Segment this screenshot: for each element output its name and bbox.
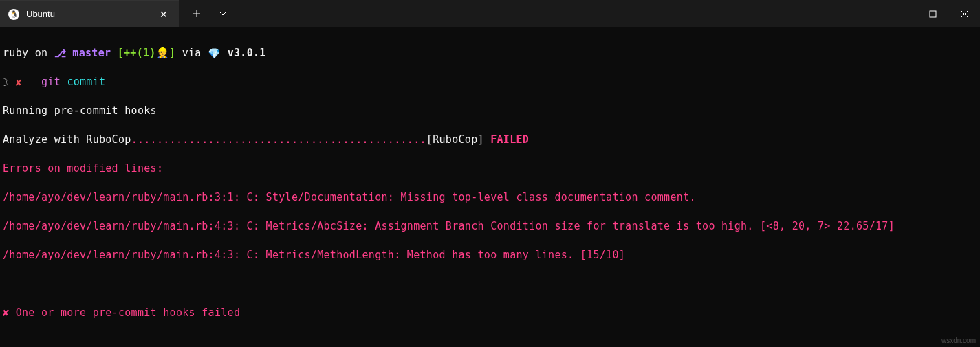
- gem-icon: 💎: [208, 47, 221, 61]
- blank-line: [3, 335, 977, 347]
- cmd-commit: commit: [67, 76, 105, 88]
- prompt-line-1: ruby on ⎇ master [++(1)👷] via 💎 v3.0.1: [3, 46, 977, 60]
- analyze-prefix: Analyze with RuboCop: [3, 133, 131, 146]
- tab-actions: [179, 0, 235, 27]
- prompt-branch: master: [72, 47, 111, 59]
- fail-marker-icon: ✘: [16, 76, 22, 90]
- plus-icon: [193, 10, 201, 18]
- chevron-down-icon: [219, 10, 227, 18]
- minimize-button[interactable]: [885, 0, 917, 27]
- moon-icon: ☽: [3, 76, 9, 90]
- command-line-1: ☽ ✘ git commit: [3, 75, 977, 89]
- prompt-version: v3.0.1: [228, 47, 266, 59]
- hook-fail-line: ✘ One or more pre-commit hooks failed: [3, 306, 977, 320]
- close-icon: [961, 10, 968, 18]
- terminal-output[interactable]: ruby on ⎇ master [++(1)👷] via 💎 v3.0.1 ☽…: [0, 27, 980, 347]
- analyze-dots: ........................................…: [131, 133, 426, 146]
- error-line-1: /home/ayo/dev/learn/ruby/main.rb:3:1: C:…: [3, 190, 977, 205]
- output-running: Running pre-commit hooks: [3, 104, 977, 118]
- tab-title: Ubuntu: [26, 9, 150, 19]
- blank-line: [3, 277, 977, 291]
- close-window-button[interactable]: [948, 0, 980, 27]
- error-line-3: /home/ayo/dev/learn/ruby/main.rb:4:3: C:…: [3, 248, 977, 262]
- maximize-icon: [929, 10, 937, 18]
- window-controls: [885, 0, 980, 27]
- new-tab-button[interactable]: [184, 3, 209, 25]
- minimize-icon: [897, 10, 905, 18]
- tab-ubuntu[interactable]: 🐧 Ubuntu ✕: [0, 0, 179, 27]
- prompt-on: on: [35, 47, 48, 59]
- errors-header: Errors on modified lines:: [3, 161, 977, 176]
- close-tab-button[interactable]: ✕: [157, 8, 171, 21]
- rubocop-tag: [RuboCop]: [426, 133, 484, 146]
- error-line-2: /home/ayo/dev/learn/ruby/main.rb:4:3: C:…: [3, 219, 977, 234]
- maximize-button[interactable]: [917, 0, 948, 27]
- svg-rect-0: [930, 11, 936, 17]
- tab-dropdown-button[interactable]: [210, 3, 235, 25]
- watermark: wsxdn.com: [941, 337, 976, 344]
- title-bar: 🐧 Ubuntu ✕: [0, 0, 980, 27]
- cmd-git: git: [41, 76, 61, 88]
- prompt-app: ruby: [3, 47, 28, 59]
- prompt-status: [++(1)👷]: [118, 47, 176, 59]
- failed-label: FAILED: [490, 133, 529, 146]
- titlebar-drag-area[interactable]: [235, 0, 885, 27]
- branch-icon: ⎇: [54, 47, 66, 61]
- ubuntu-icon: 🐧: [8, 9, 19, 20]
- output-analyze: Analyze with RuboCop....................…: [3, 133, 977, 147]
- prompt-via: via: [182, 47, 202, 59]
